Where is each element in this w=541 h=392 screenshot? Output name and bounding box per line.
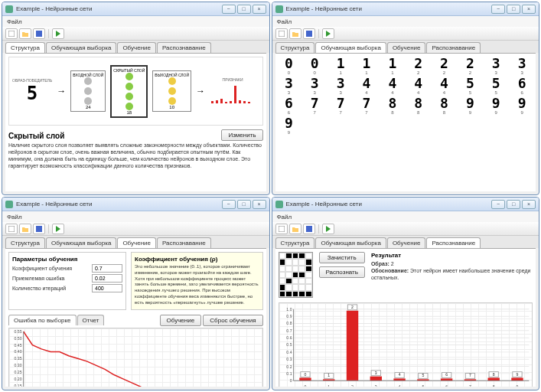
pixel[interactable] — [305, 253, 312, 259]
training-sample[interactable]: 99 — [459, 96, 481, 115]
tab-recognition[interactable]: Распознавание — [426, 42, 481, 53]
run-icon[interactable] — [52, 28, 64, 39]
pixel[interactable] — [292, 291, 299, 297]
training-sample[interactable]: 33 — [330, 77, 351, 95]
pixel[interactable] — [279, 253, 286, 259]
tab-structure[interactable]: Структура — [275, 237, 315, 248]
new-icon[interactable] — [5, 28, 18, 39]
tab-training-set[interactable]: Обучающая выборка — [46, 42, 116, 53]
training-sample[interactable]: 55 — [485, 77, 507, 95]
pixel[interactable] — [285, 278, 292, 284]
pixel[interactable] — [285, 291, 292, 297]
pixel[interactable] — [298, 259, 305, 265]
training-sample[interactable]: 33 — [485, 57, 507, 75]
pixel[interactable] — [305, 272, 312, 278]
pixel[interactable] — [305, 284, 312, 290]
training-sample[interactable]: 44 — [356, 77, 377, 95]
tab-training[interactable]: Обучение — [387, 42, 426, 53]
pixel[interactable] — [285, 272, 292, 278]
clear-button[interactable]: Зачистить — [319, 252, 365, 263]
pixel[interactable] — [285, 266, 292, 272]
titlebar[interactable]: Example - Нейронные сети − □ × — [2, 198, 269, 211]
chart-tab-report[interactable]: Отчет — [77, 315, 105, 325]
pixel[interactable] — [292, 259, 299, 265]
training-sample[interactable]: 66 — [279, 96, 300, 115]
reset-button[interactable]: Сброс обучения — [203, 315, 262, 326]
training-sample[interactable]: 11 — [330, 57, 351, 75]
training-sample[interactable]: 22 — [459, 57, 481, 75]
minimize-button[interactable]: − — [222, 200, 236, 209]
pixel[interactable] — [298, 291, 305, 297]
training-sample[interactable]: 33 — [304, 77, 325, 95]
titlebar[interactable]: Example - Нейронные сети − □ × — [272, 198, 539, 211]
training-sample[interactable]: 22 — [434, 57, 455, 75]
training-sample[interactable]: 77 — [304, 96, 325, 115]
pixel[interactable] — [305, 278, 312, 284]
training-sample[interactable]: 11 — [382, 57, 403, 75]
run-icon[interactable] — [322, 224, 334, 234]
training-sample[interactable]: 22 — [408, 57, 429, 75]
open-icon[interactable] — [19, 224, 31, 234]
open-icon[interactable] — [289, 224, 301, 234]
tab-structure[interactable]: Структура — [5, 237, 45, 248]
training-sample[interactable]: 33 — [279, 77, 300, 95]
pixel[interactable] — [279, 284, 286, 290]
training-sample[interactable]: 55 — [459, 77, 481, 95]
training-sample[interactable]: 88 — [408, 96, 429, 115]
pixel-editor[interactable] — [279, 252, 313, 298]
pixel[interactable] — [285, 259, 292, 265]
training-sample[interactable]: 77 — [330, 96, 351, 115]
training-sample[interactable]: 99 — [485, 96, 507, 115]
tab-recognition[interactable]: Распознавание — [426, 237, 481, 248]
menu-file[interactable]: Файл — [277, 18, 292, 25]
coef-input[interactable] — [92, 264, 122, 273]
tab-structure[interactable]: Структура — [275, 42, 315, 53]
training-sample[interactable]: 11 — [356, 57, 377, 75]
tab-training-set[interactable]: Обучающая выборка — [46, 237, 116, 248]
close-button[interactable]: × — [253, 5, 266, 14]
close-button[interactable]: × — [522, 5, 536, 14]
maximize-button[interactable]: □ — [237, 200, 251, 209]
training-sample[interactable]: 44 — [434, 77, 455, 95]
pixel[interactable] — [279, 266, 286, 272]
pixel[interactable] — [298, 266, 305, 272]
open-icon[interactable] — [19, 28, 31, 39]
tab-training-set[interactable]: Обучающая выборка — [315, 237, 386, 248]
close-button[interactable]: × — [253, 200, 266, 209]
training-sample[interactable]: 33 — [511, 57, 533, 75]
open-icon[interactable] — [289, 28, 301, 39]
training-sample[interactable]: 66 — [511, 77, 533, 95]
minimize-button[interactable]: − — [491, 5, 505, 14]
pixel[interactable] — [279, 278, 286, 284]
new-icon[interactable] — [275, 224, 288, 234]
pixel[interactable] — [298, 278, 305, 284]
pixel[interactable] — [305, 291, 312, 297]
pixel[interactable] — [292, 266, 299, 272]
err-input[interactable] — [92, 274, 122, 283]
training-sample[interactable]: 88 — [382, 96, 403, 115]
run-icon[interactable] — [52, 224, 64, 234]
training-sample[interactable]: 77 — [356, 96, 377, 115]
chart-tab-error[interactable]: Ошибка по выборке — [8, 315, 77, 325]
pixel[interactable] — [298, 253, 305, 259]
tab-structure[interactable]: Структура — [5, 42, 45, 53]
save-icon[interactable] — [303, 224, 315, 234]
maximize-button[interactable]: □ — [507, 200, 520, 209]
training-sample[interactable]: 44 — [382, 77, 403, 95]
training-sample[interactable]: 88 — [434, 96, 455, 115]
save-icon[interactable] — [33, 28, 45, 39]
pixel[interactable] — [292, 278, 299, 284]
change-button[interactable]: Изменить — [221, 129, 262, 141]
training-sample[interactable]: 99 — [511, 96, 533, 115]
training-sample[interactable]: 99 — [279, 116, 300, 135]
pixel[interactable] — [279, 259, 286, 265]
training-sample[interactable]: 44 — [408, 77, 429, 95]
run-icon[interactable] — [322, 28, 334, 39]
tab-training-set[interactable]: Обучающая выборка — [315, 42, 386, 53]
menu-file[interactable]: Файл — [7, 18, 22, 25]
tab-training[interactable]: Обучение — [117, 42, 156, 53]
training-sample[interactable]: 00 — [304, 57, 325, 75]
close-button[interactable]: × — [522, 200, 536, 209]
pixel[interactable] — [298, 272, 305, 278]
pixel[interactable] — [279, 291, 286, 297]
